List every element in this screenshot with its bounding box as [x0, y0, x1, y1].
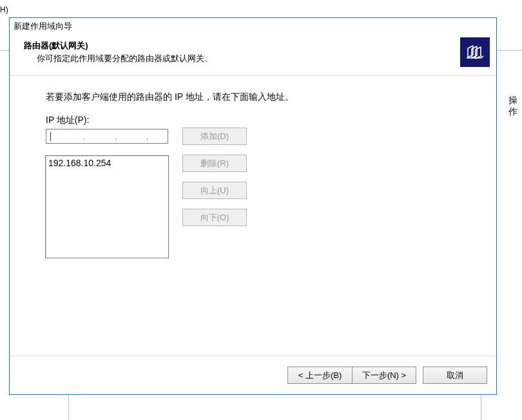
wizard-header: 路由器(默认网关) 你可指定此作用域要分配的路由器或默认网关。	[10, 33, 496, 76]
body-hint: 若要添加客户端使用的路由器的 IP 地址，请在下面输入地址。	[46, 91, 294, 103]
ip-dot: .	[83, 131, 86, 142]
ip-listbox[interactable]: 192.168.10.254	[45, 155, 169, 258]
move-up-button[interactable]: 向上(U)	[182, 182, 247, 199]
wizard-subheading: 你可指定此作用域要分配的路由器或默认网关。	[37, 53, 213, 64]
text-caret	[50, 132, 51, 141]
wizard-dialog: 新建作用域向导 路由器(默认网关) 你可指定此作用域要分配的路由器或默认网关。 …	[9, 17, 497, 395]
cancel-button[interactable]: 取消	[423, 367, 487, 384]
remove-button[interactable]: 删除(R)	[182, 155, 247, 172]
move-down-button[interactable]: 向下(O)	[182, 209, 247, 226]
bg-vline-right	[481, 395, 481, 420]
wizard-body: 若要添加客户端使用的路由器的 IP 地址，请在下面输入地址。 IP 地址(P):…	[10, 76, 496, 356]
wizard-footer: < 上一步(B) 下一步(N) > 取消	[10, 356, 496, 394]
ip-dot: .	[146, 131, 150, 142]
wizard-titlebar: 新建作用域向导	[10, 18, 496, 33]
bg-vline-left	[68, 395, 69, 420]
bg-menu-h: H)	[0, 5, 8, 14]
wizard-heading: 路由器(默认网关)	[24, 40, 88, 52]
bg-side-text: 操作	[508, 95, 522, 118]
list-item[interactable]: 192.168.10.254	[47, 157, 167, 169]
ip-address-input[interactable]: . . .	[46, 129, 168, 144]
side-buttons: 添加(D) 删除(R) 向上(U) 向下(O)	[182, 128, 247, 226]
back-button[interactable]: < 上一步(B)	[287, 367, 352, 384]
book-icon	[464, 41, 486, 63]
next-button[interactable]: 下一步(N) >	[352, 367, 416, 384]
ip-dot: .	[115, 131, 118, 142]
wizard-title: 新建作用域向导	[14, 21, 72, 31]
add-button[interactable]: 添加(D)	[182, 128, 247, 145]
wizard-header-icon	[460, 37, 490, 67]
footer-buttons: < 上一步(B) 下一步(N) > 取消	[287, 367, 487, 384]
ip-label: IP 地址(P):	[46, 115, 89, 126]
